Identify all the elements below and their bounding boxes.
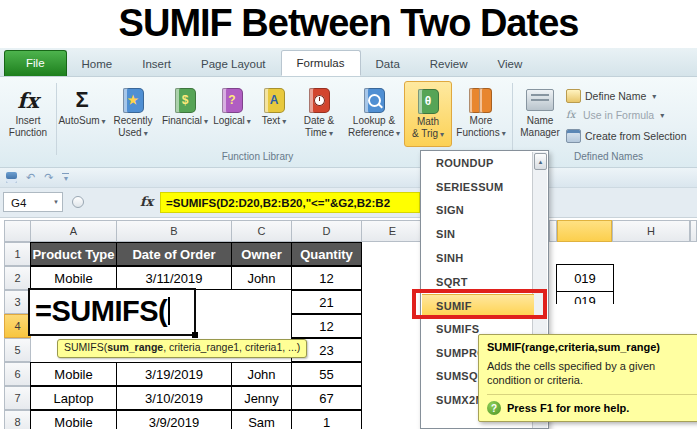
tab-insert[interactable]: Insert: [127, 53, 186, 76]
fx-icon: fx: [17, 88, 39, 113]
row-header-4[interactable]: 4: [4, 314, 31, 338]
define-name-button[interactable]: Define Name▾: [566, 89, 656, 103]
column-header-partial[interactable]: [690, 220, 697, 242]
text-button[interactable]: AText▾: [254, 81, 294, 147]
button-label: AutoSum: [58, 115, 99, 126]
formula-input[interactable]: =SUMIFS(D2:D20,B2:B20,"<="&G2,B2:B2: [160, 192, 420, 213]
row-header-3[interactable]: 3: [4, 290, 31, 314]
customize-qat-icon[interactable]: ▼: [62, 173, 69, 182]
excel-window: SUMIF Between Two Dates FileHomeInsertPa…: [0, 0, 697, 429]
column-header-A[interactable]: A: [30, 220, 117, 242]
dropdown-arrow-icon: ▾: [102, 117, 106, 126]
table-cell[interactable]: 1: [291, 410, 362, 429]
table-cell[interactable]: John: [231, 362, 292, 386]
row-header-5[interactable]: 5: [4, 338, 31, 362]
column-header-selected-g[interactable]: [557, 220, 612, 242]
tab-formulas[interactable]: Formulas: [281, 50, 361, 76]
tab-data[interactable]: Data: [361, 53, 415, 76]
create-from-selection-icon: [566, 129, 581, 143]
name-box-arrow-icon[interactable]: ▼: [50, 192, 62, 212]
table-header-cell[interactable]: Date of Order: [116, 242, 232, 266]
dropdown-arrow-icon: ▾: [396, 129, 400, 138]
column-header-C[interactable]: C: [231, 220, 292, 242]
formula-bar: G4 ▼ fx =SUMIFS(D2:D20,B2:B20,"<="&G2,B2…: [0, 188, 697, 218]
tab-view[interactable]: View: [483, 53, 538, 76]
table-cell[interactable]: John: [231, 266, 292, 290]
g-column-cell-clipped[interactable]: 019: [556, 292, 614, 304]
table-cell[interactable]: 55: [291, 362, 362, 386]
table-cell[interactable]: 21: [291, 290, 362, 314]
column-header-D[interactable]: D: [291, 220, 362, 242]
sumif-help-tooltip: SUMIF(range,criteria,sum_range) Adds the…: [478, 334, 697, 422]
button-label: Math: [417, 116, 439, 127]
math-trig-button[interactable]: θMath& Trig▾: [404, 81, 452, 147]
table-cell[interactable]: 67: [291, 386, 362, 410]
column-header-B[interactable]: B: [116, 220, 232, 242]
menu-item-sinh[interactable]: SINH: [422, 247, 534, 271]
fill-handle[interactable]: [192, 332, 198, 338]
recently-used-button[interactable]: ★RecentlyUsed▾: [106, 81, 160, 147]
lookup-reference-button[interactable]: Lookup &Reference▾: [344, 81, 404, 147]
menu-item-roundup[interactable]: ROUNDUP: [422, 152, 534, 176]
logical-button[interactable]: ?Logical▾: [210, 81, 254, 147]
tab-page-layout[interactable]: Page Layout: [186, 53, 281, 76]
insert-function-fx-icon[interactable]: fx: [140, 194, 153, 209]
clock-icon: [314, 95, 325, 106]
row-header-1[interactable]: 1: [4, 242, 31, 266]
financial-button[interactable]: $Financial▾: [160, 81, 210, 147]
table-cell[interactable]: Sam: [231, 410, 292, 429]
book-icon: [309, 88, 330, 113]
table-cell[interactable]: 3/11/2019: [116, 266, 232, 290]
book-icon: ★: [123, 88, 144, 113]
tab-file[interactable]: File: [4, 50, 67, 76]
menu-item-sin[interactable]: SIN: [422, 223, 534, 247]
ribbon-separator: [512, 83, 513, 155]
dropdown-arrow-icon: ▾: [660, 111, 664, 120]
more-functions-button[interactable]: MoreFunctions▾: [452, 81, 510, 147]
button-label: Used: [118, 127, 141, 138]
row-header-6[interactable]: 6: [4, 362, 31, 386]
undo-icon[interactable]: ↶: [26, 172, 35, 183]
insert-function-button[interactable]: fxInsertFunction: [2, 81, 54, 147]
table-cell[interactable]: Mobile: [30, 266, 117, 290]
row-header-8[interactable]: 8: [4, 410, 31, 429]
create-from-selection-button[interactable]: Create from Selection: [566, 129, 687, 143]
column-header-h[interactable]: H: [612, 220, 690, 242]
table-cell[interactable]: Jenny: [231, 386, 292, 410]
row-header-7[interactable]: 7: [4, 386, 31, 410]
column-header-partial[interactable]: [549, 220, 557, 242]
table-cell[interactable]: 3/19/2019: [116, 362, 232, 386]
g-column-cell[interactable]: 019: [556, 264, 614, 292]
table-cell[interactable]: Laptop: [30, 386, 117, 410]
button-label: Reference: [348, 127, 394, 138]
name-manager-button[interactable]: NameManager: [516, 81, 564, 147]
date-time-button[interactable]: Date &Time▾: [294, 81, 344, 147]
row-header-2[interactable]: 2: [4, 266, 31, 290]
table-cell[interactable]: 3/9/2019: [116, 410, 232, 429]
text-cursor: [168, 297, 170, 325]
cell-editor-overlay[interactable]: =SUMIFS(: [28, 288, 196, 336]
table-header-cell[interactable]: Quantity: [291, 242, 362, 266]
table-header-cell[interactable]: Owner: [231, 242, 292, 266]
button-label: Use in Formula: [583, 109, 654, 121]
formula-bar-collapse-icon[interactable]: [72, 196, 84, 208]
menu-item-seriessum[interactable]: SERIESSUM: [422, 176, 534, 200]
button-label: & Trig: [412, 128, 438, 139]
tab-home[interactable]: Home: [67, 53, 128, 76]
menu-item-sign[interactable]: SIGN: [422, 199, 534, 223]
redo-icon[interactable]: ↷: [44, 172, 53, 183]
table-cell[interactable]: Mobile: [30, 410, 117, 429]
table-cell[interactable]: 12: [291, 314, 362, 338]
table-cell[interactable]: 12: [291, 266, 362, 290]
scroll-up-icon[interactable]: ▲: [534, 153, 547, 170]
select-all-corner[interactable]: [4, 220, 31, 242]
save-icon[interactable]: [6, 172, 17, 183]
ribbon-separator: [56, 83, 57, 155]
table-cell[interactable]: Mobile: [30, 362, 117, 386]
table-header-cell[interactable]: Product Type: [30, 242, 117, 266]
column-header-E[interactable]: E: [361, 220, 424, 242]
tab-review[interactable]: Review: [415, 53, 483, 76]
table-cell[interactable]: 3/10/2019: [116, 386, 232, 410]
autosum-button[interactable]: ΣAutoSum▾: [58, 81, 106, 147]
help-tooltip-divider: [487, 394, 697, 395]
